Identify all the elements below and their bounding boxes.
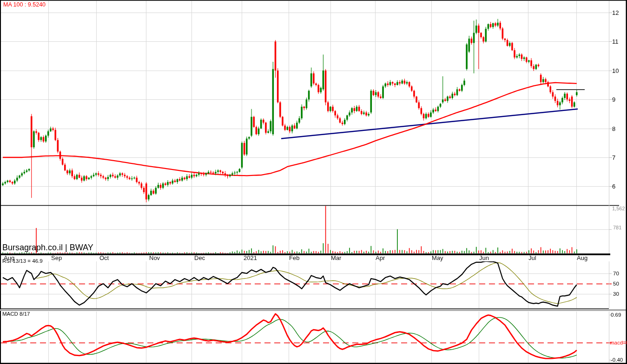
chart-canvas[interactable] [0, 0, 627, 364]
stock-chart: MA 100 : 9.5240 Bursagraph.co.il | BWAY … [0, 0, 627, 364]
